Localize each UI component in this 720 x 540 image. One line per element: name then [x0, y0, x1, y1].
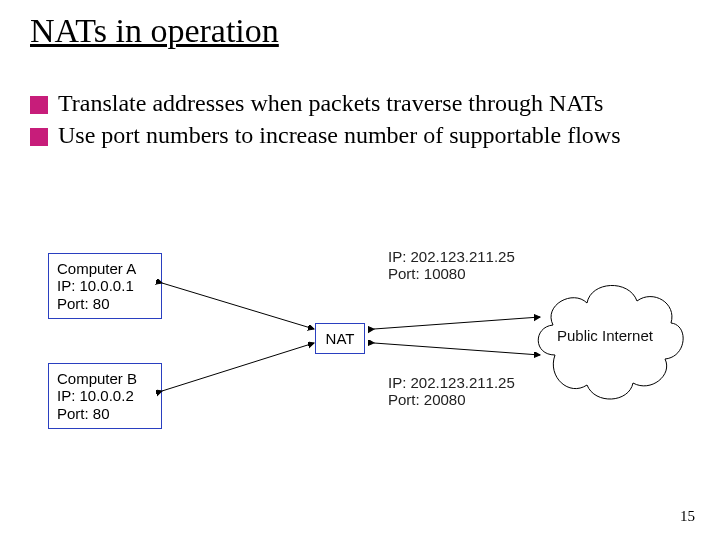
bullet-list: Translate addresses when packets travers… — [30, 90, 690, 153]
svg-line-2 — [374, 317, 540, 329]
slide-title: NATs in operation — [30, 12, 279, 50]
svg-line-1 — [162, 343, 314, 391]
bullet-marker — [30, 128, 48, 146]
bullet-text: Translate addresses when packets travers… — [58, 90, 690, 118]
bullet-item: Use port numbers to increase number of s… — [30, 122, 690, 150]
bullet-marker — [30, 96, 48, 114]
page-number: 15 — [680, 508, 695, 525]
nat-diagram: Computer A IP: 10.0.0.1 Port: 80 Compute… — [30, 245, 690, 460]
bullet-item: Translate addresses when packets travers… — [30, 90, 690, 118]
svg-line-0 — [162, 283, 314, 329]
svg-line-3 — [374, 343, 540, 355]
connectors — [30, 245, 690, 460]
bullet-text: Use port numbers to increase number of s… — [58, 122, 690, 150]
